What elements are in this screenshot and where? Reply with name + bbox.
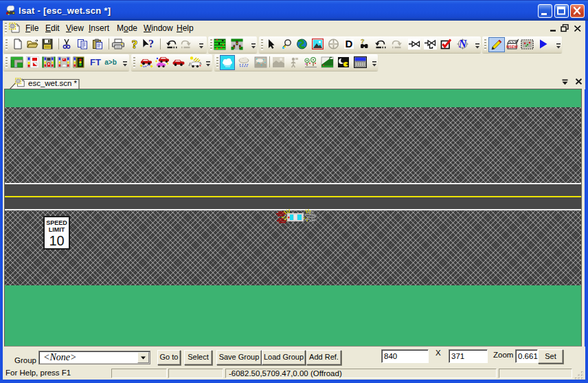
svg-text:?: ? (361, 39, 365, 45)
svg-text:FT: FT (90, 57, 101, 67)
svg-text:D: D (346, 39, 353, 50)
svg-text:?: ? (132, 38, 138, 50)
svg-text:?: ? (148, 38, 154, 50)
svg-text:NSEW: NSEW (506, 45, 518, 49)
svg-text:N: N (458, 39, 468, 50)
svg-text:a>b: a>b (104, 58, 117, 66)
